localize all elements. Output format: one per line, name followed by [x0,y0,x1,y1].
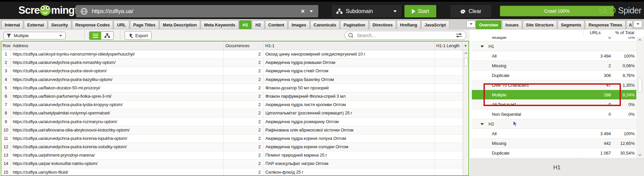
overview-row-over-70-characters[interactable]: Over 70 Characters471,35% [472,80,636,90]
cell-row-number: 15 [1,168,11,176]
cell-address: https://zulfiya.ua/rafinovana-oliia-abry… [11,126,223,134]
table-row[interactable]: 10https://zulfiya.ua/rafinovana-oliia-ab… [1,126,468,135]
tab-javascript[interactable]: JavaScript [421,20,449,29]
cell-h1-1-length [435,126,463,134]
overview-row-all[interactable]: All3 494100% [472,51,636,61]
right-tabs-overflow-button[interactable] [633,20,642,28]
cell-occurrences: 2 [223,76,263,84]
scroll-down-icon[interactable] [638,153,642,156]
table-row[interactable]: 15https://zulfiya.ua/sylikon-fliuid/2Сил… [1,168,468,176]
url-history-caret-icon[interactable] [310,10,313,12]
export-button[interactable]: Export [125,31,151,40]
cell-h1-1-length [435,109,463,117]
tab-url[interactable]: URL [114,20,129,29]
tab-directives[interactable]: Directives [369,20,396,29]
table-row[interactable]: 11https://zulfiya.ua/aiurvedychna-pudra-… [1,135,468,143]
tab-canonicals[interactable]: Canonicals [310,20,339,29]
cell-h1-1: Аюрведична пудра листя кропиви Оптом [263,101,435,109]
column-header-h1-1[interactable]: H1-1 [263,41,435,50]
brand-seo: SEO [598,6,616,15]
overview-row-duplicate[interactable]: Duplicate1 06730,54% [472,148,636,158]
crawl-progress-bar: Crawl 100% [500,6,614,16]
table-row[interactable]: 8https://zulfiya.ua/tsetylpalmitat-rosly… [1,109,468,117]
tab-meta-description[interactable]: Meta Description [159,20,200,29]
cell-row-number: 12 [1,143,11,151]
table-row[interactable]: 4https://zulfiya.ua/aiurvedychna-pudra-b… [1,76,468,84]
overview-row-multiple[interactable]: Multiple2888,24% [472,90,636,100]
tab-security[interactable]: Security [48,20,71,29]
tab-hreflang[interactable]: Hreflang [397,20,421,29]
tab-meta-keywords[interactable]: Meta Keywords [201,20,239,29]
tab-page-titles[interactable]: Page Titles [130,20,159,29]
tab-segments[interactable]: Segments [558,20,585,29]
overview-row-h1[interactable]: H1 [472,41,636,51]
table-scrollbar[interactable] [463,50,468,175]
cell-h1-1: Флакон парфумерний Фіолка-спрей 3 мл [263,92,435,100]
tab-response-codes[interactable]: Response Codes [72,20,113,29]
table-row[interactable]: 6https://zulfiya.ua/flakon-parfumernyi-f… [1,92,468,101]
tree-view-button[interactable] [101,31,114,40]
table-scrollbar-thumb[interactable] [464,58,468,66]
search-options-icon[interactable] [456,33,462,38]
clear-url-icon[interactable]: ✕ [296,8,310,14]
filter-dropdown[interactable]: Multiple [3,32,66,39]
tab-issues[interactable]: Issues [502,20,522,29]
add-column-button[interactable]: + [463,41,468,50]
tab-external[interactable]: External [24,20,47,29]
crawl-mode-dropdown[interactable]: Subdomain [332,5,401,17]
tab-content[interactable]: Content [265,20,288,29]
cell-occurrences: 2 [223,59,263,67]
logo-text-ming: ming [51,4,74,16]
overview-row-h2[interactable]: H2 [472,119,636,129]
tab-internal[interactable]: Internal [1,20,23,29]
column-header-row[interactable]: Row [1,41,11,50]
table-row[interactable]: 1https://zulfiya.ua/oksyd-tsynku-nanoroz… [1,50,468,59]
column-header-occurrences[interactable]: Occurrences [223,41,263,50]
table-row[interactable]: 9https://zulfiya.ua/aiurvedychna-pudra-r… [1,118,468,126]
overview-row-all[interactable]: All3 494100% [472,129,636,139]
column-header-h1-1-length[interactable]: H1-1 Length [435,41,463,50]
overview-scrollbar-thumb[interactable] [638,78,642,93]
tab-h2[interactable]: H2 [252,20,264,29]
tab-images[interactable]: Images [288,20,310,29]
table-row[interactable]: 13https://zulfiya.ua/pihment-pryrodnyi-m… [1,151,468,160]
left-tabs-overflow-button[interactable] [466,20,475,28]
tab-overview[interactable]: Overview [476,20,501,29]
collapse-caret-icon[interactable] [480,123,484,125]
table-row[interactable]: 12https://zulfiya.ua/aiurvedychna-pudra-… [1,143,468,151]
overview-scrollbar[interactable] [636,37,644,159]
clear-button[interactable]: Clear [450,5,491,17]
overview-row-missing[interactable]: Missing44212,65% [472,139,636,148]
overview-row-alt-text-in-h1[interactable]: Alt Text in H100% [472,100,636,109]
tab-a[interactable]: A [626,20,633,29]
table-row[interactable]: 14https://zulfiya.ua/par-kokosulfat-natr… [1,160,468,168]
overview-row-missing[interactable]: Missing20,06% [472,61,636,71]
tab-h1[interactable]: H1 [239,20,251,29]
scroll-up-icon[interactable] [638,39,642,42]
urls-count: 306 [604,71,611,80]
tab-pagination[interactable]: Pagination [340,20,368,29]
tab-response-times[interactable]: Response Times [585,20,625,29]
table-row[interactable]: 5https://zulfiya.ua/flakon-dozator-50-ml… [1,84,468,92]
table-row[interactable]: 2https://zulfiya.ua/aiurvedychna-pudra-r… [1,59,468,67]
start-button[interactable]: Start [404,5,436,17]
urls-count: 3 494 [600,51,611,61]
table-row[interactable]: 7https://zulfiya.ua/aiurvedychna-pudra-l… [1,101,468,109]
cell-h1-1: Аюрведична пудра розмарину Оптом [263,118,435,126]
urls-count: 3 494 [600,129,611,139]
cell-occurrences: 2 [223,101,263,109]
overview-row-non-sequential[interactable]: Non-Sequential00% [472,109,636,119]
tab-site-structure[interactable]: Site Structure [523,20,557,29]
toolbar-separator [120,30,120,40]
url-input[interactable]: https://zulfiya.ua/ ✕ [76,5,318,17]
filter-label: Over 70 Characters [492,80,529,90]
overview-row-multiple[interactable]: Multiple00% [472,37,636,41]
list-view-button[interactable] [89,31,102,40]
cell-h1-1-length [435,59,463,67]
scroll-up-icon[interactable] [464,52,468,56]
collapse-caret-icon[interactable] [480,46,484,48]
column-header-address[interactable]: Address [11,41,223,50]
overview-row-duplicate[interactable]: Duplicate3068,76% [472,71,636,80]
table-row[interactable]: 3https://zulfiya.ua/aiurvedychna-pudra-s… [1,67,468,75]
search-input[interactable] [356,32,456,38]
